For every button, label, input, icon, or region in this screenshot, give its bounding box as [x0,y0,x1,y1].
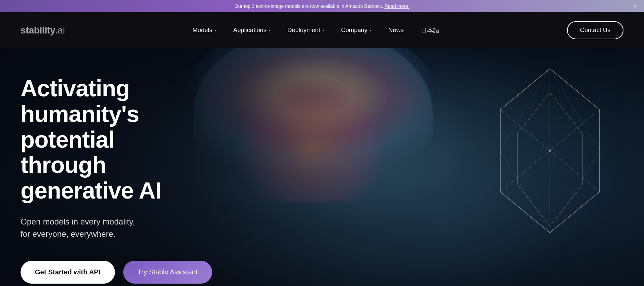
nav-label-applications: Applications [233,27,267,34]
logo-text: stability.ai [21,25,65,36]
nav-label-japanese: 日本語 [421,26,439,35]
hero-subtext-line1: Open models in every modality, [21,217,135,226]
logo[interactable]: stability.ai [21,25,65,36]
nav-label-company: Company [341,27,368,34]
chevron-down-icon: ▾ [322,28,324,32]
announcement-banner: Our top 3 text-to-image models are now a… [0,0,644,12]
nav-item-news[interactable]: News [388,27,404,34]
contact-us-button[interactable]: Contact Us [567,21,623,39]
banner-close-button[interactable]: × [633,3,637,9]
nav-item-deployment[interactable]: Deployment ▾ [287,27,324,34]
logo-bold: stability [21,25,55,36]
nav-label-deployment: Deployment [287,27,320,34]
nav-link-applications[interactable]: Applications ▾ [233,27,270,34]
hero-headline: Activating humanity's potential through … [21,76,219,203]
nav-item-models[interactable]: Models ▾ [193,27,216,34]
nav-item-company[interactable]: Company ▾ [341,27,371,34]
nav-link-news[interactable]: News [388,27,404,34]
hero-headline-line2: through generative AI [21,152,162,203]
chevron-down-icon: ▾ [370,28,371,32]
nav-item-japanese[interactable]: 日本語 [421,26,439,35]
nav-link-company[interactable]: Company ▾ [341,27,371,34]
nav-link-models[interactable]: Models ▾ [193,27,216,34]
banner-link[interactable]: Read more. [384,3,409,9]
hero-headline-line1: Activating humanity's potential [21,75,139,152]
chevron-down-icon: ▾ [269,28,270,32]
logo-dot-ai: .ai [55,25,65,36]
banner-text: Our top 3 text-to-image models are now a… [234,3,383,9]
nav-links: Models ▾ Applications ▾ Deployment ▾ Com… [193,26,439,35]
nav-item-applications[interactable]: Applications ▾ [233,27,270,34]
nav-link-deployment[interactable]: Deployment ▾ [287,27,324,34]
nav-link-japanese[interactable]: 日本語 [421,26,439,35]
hero-content: Activating humanity's potential through … [0,48,240,286]
navbar: stability.ai Models ▾ Applications ▾ Dep… [0,12,644,48]
try-stable-assistant-button[interactable]: Try Stable Assistant [123,261,212,284]
chevron-down-icon: ▾ [215,28,216,32]
get-started-api-button[interactable]: Get Started with API [21,261,115,284]
hero-section: Activating humanity's potential through … [0,48,644,286]
hero-subtext-line2: for everyone, everywhere. [21,229,115,239]
nav-label-models: Models [193,27,212,34]
nav-label-news: News [388,27,404,34]
hero-subtext: Open models in every modality, for every… [21,216,219,240]
hero-buttons: Get Started with API Try Stable Assistan… [21,261,219,284]
